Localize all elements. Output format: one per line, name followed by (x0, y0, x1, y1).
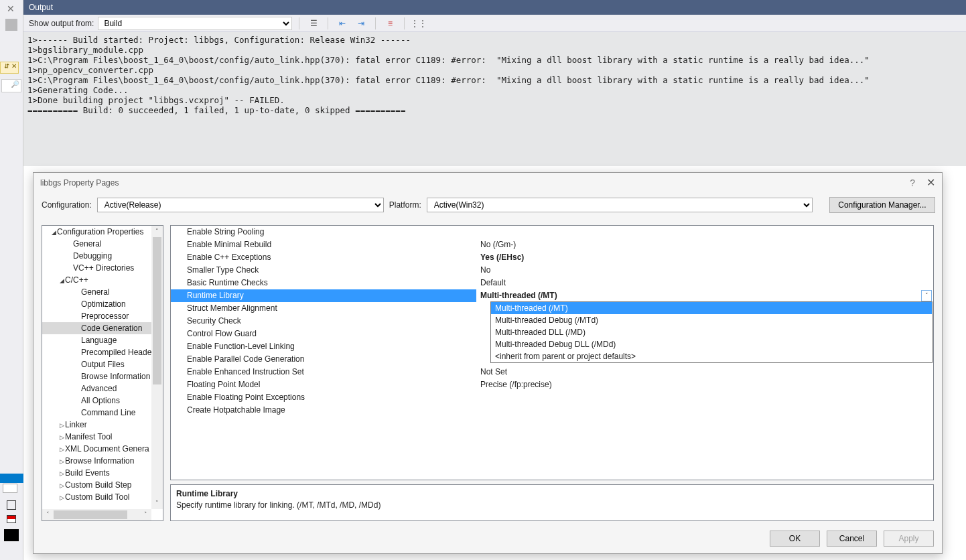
tree-item[interactable]: Optimization (42, 298, 151, 310)
property-row[interactable]: Enable String Pooling (171, 226, 933, 238)
property-row[interactable]: Floating Point ModelPrecise (/fp:precise… (171, 378, 933, 391)
help-icon[interactable]: ? (910, 173, 915, 193)
dropdown-option[interactable]: Multi-threaded Debug (/MTd) (491, 314, 932, 326)
indent-right-icon[interactable]: ⇥ (354, 17, 368, 30)
property-value[interactable]: Yes (/EHsc) (476, 251, 933, 264)
dropdown-option[interactable]: <inherit from parent or project defaults… (491, 350, 932, 362)
output-text: 1>------ Build started: Project: libbgs,… (23, 32, 966, 166)
tree-item[interactable]: ▷Linker (42, 419, 151, 431)
tree-item[interactable]: General (42, 286, 151, 298)
property-tree[interactable]: ◢Configuration PropertiesGeneralDebuggin… (42, 225, 163, 521)
pinned-tab-badge[interactable]: ⇵ ✕ (0, 62, 19, 74)
tree-item[interactable]: ◢C/C++ (42, 274, 151, 286)
tree-vscrollbar[interactable]: ˄ ˅ (151, 226, 163, 509)
description-title: Runtime Library (176, 489, 928, 498)
property-value[interactable] (476, 226, 933, 238)
property-row[interactable]: Enable C++ ExceptionsYes (/EHsc) (171, 251, 933, 264)
dialog-buttons: OK Cancel Apply (770, 531, 934, 547)
indent-left-icon[interactable]: ⇤ (335, 17, 350, 30)
property-row[interactable]: Enable Floating Point Exceptions (171, 391, 933, 404)
left-gutter: ✕ ⇵ ✕ (0, 0, 23, 560)
ok-button[interactable]: OK (770, 531, 820, 547)
property-grid[interactable]: Enable String PoolingEnable Minimal Rebu… (170, 225, 934, 480)
toggle-wrap-icon[interactable]: ≡ (383, 17, 397, 30)
property-value[interactable]: Multi-threaded (/MT) (476, 289, 933, 302)
dropdown-option[interactable]: Multi-threaded DLL (/MD) (491, 326, 932, 338)
property-value[interactable]: Precise (/fp:precise) (476, 378, 933, 391)
dropdown-option[interactable]: Multi-threaded (/MT) (491, 302, 932, 314)
property-label: Runtime Library (171, 289, 476, 302)
tree-hscrollbar[interactable]: ˂ ˃ (42, 509, 151, 520)
property-label: Basic Runtime Checks (171, 277, 476, 289)
property-row[interactable]: Smaller Type CheckNo (171, 264, 933, 277)
output-panel-title: Output (23, 0, 966, 15)
close-icon[interactable]: ✕ (926, 173, 935, 193)
configuration-manager-button[interactable]: Configuration Manager... (829, 197, 935, 213)
tree-item[interactable]: ▷Custom Build Step (42, 479, 151, 491)
tree-item[interactable]: ▷Manifest Tool (42, 431, 151, 443)
tree-item[interactable]: Language (42, 334, 151, 346)
scroll-down-icon[interactable]: ˅ (151, 498, 163, 509)
cancel-button[interactable]: Cancel (827, 531, 877, 547)
tree-item[interactable]: Code Generation (42, 322, 151, 334)
scroll-up-icon[interactable]: ˄ (151, 226, 163, 237)
dropdown-option[interactable]: Multi-threaded Debug DLL (/MDd) (491, 338, 932, 350)
apply-button[interactable]: Apply (884, 531, 934, 547)
toolbar-extra-icon[interactable]: ⋮⋮ (411, 17, 426, 30)
tree-item[interactable]: ▷Build Events (42, 467, 151, 479)
tree-item[interactable]: Precompiled Heade (42, 346, 151, 358)
tree-item[interactable]: Command Line (42, 407, 151, 419)
toolbox-align-icon[interactable] (7, 500, 16, 510)
scroll-thumb[interactable] (153, 237, 161, 384)
property-label: Smaller Type Check (171, 264, 476, 277)
platform-select[interactable]: Active(Win32) (427, 198, 813, 212)
configuration-select[interactable]: Active(Release) (97, 198, 384, 212)
property-label: Enable Parallel Code Generation (171, 353, 476, 366)
close-icon[interactable]: ✕ (7, 3, 15, 14)
show-output-label: Show output from: (29, 19, 94, 28)
toolbox-flag-icon[interactable] (7, 515, 16, 523)
tree-item[interactable]: Advanced (42, 382, 151, 395)
tree-item[interactable]: General (42, 238, 151, 250)
property-value[interactable] (476, 404, 933, 417)
tree-item[interactable]: All Options (42, 395, 151, 407)
separator (299, 17, 299, 29)
tree-item[interactable]: Preprocessor (42, 310, 151, 322)
property-value[interactable]: Default (476, 277, 933, 289)
tree-item[interactable]: ▷XML Document Genera (42, 443, 151, 455)
property-value[interactable]: No (/Gm-) (476, 238, 933, 251)
scroll-left-icon[interactable]: ˂ (42, 509, 54, 520)
square-icon[interactable] (5, 19, 17, 31)
tree-item[interactable]: Output Files (42, 358, 151, 370)
runtime-library-dropdown[interactable]: Multi-threaded (/MT)Multi-threaded Debug… (490, 301, 933, 363)
toolbox-console-icon[interactable] (4, 529, 19, 541)
separator (404, 17, 405, 29)
property-label: Enable String Pooling (171, 226, 476, 238)
property-row[interactable]: Create Hotpatchable Image (171, 404, 933, 417)
property-row[interactable]: Enable Enhanced Instruction SetNot Set (171, 366, 933, 378)
configuration-label: Configuration: (42, 200, 92, 210)
chevron-down-icon[interactable]: ˅ (921, 290, 932, 301)
property-value[interactable]: Not Set (476, 366, 933, 378)
property-row[interactable]: Enable Minimal RebuildNo (/Gm-) (171, 238, 933, 251)
search-input[interactable] (1, 79, 21, 92)
property-value[interactable]: No (476, 264, 933, 277)
scroll-right-icon[interactable]: ˃ (140, 509, 151, 520)
tree-item[interactable]: ◢Configuration Properties (42, 226, 151, 238)
tree-item[interactable]: Browse Information (42, 370, 151, 382)
blue-bar-icon (0, 474, 23, 483)
tree-item[interactable]: ▷Custom Build Tool (42, 491, 151, 503)
tree-item[interactable]: ▷Browse Information (42, 455, 151, 467)
tree-item[interactable]: Debugging (42, 250, 151, 262)
scroll-hthumb[interactable] (54, 510, 127, 519)
clear-output-icon[interactable]: ☰ (306, 17, 321, 30)
tree-item[interactable]: VC++ Directories (42, 262, 151, 274)
output-source-select[interactable]: Build (98, 17, 292, 30)
property-row[interactable]: Basic Runtime ChecksDefault (171, 277, 933, 289)
property-value[interactable] (476, 391, 933, 404)
property-row[interactable]: Runtime LibraryMulti-threaded (/MT) (171, 289, 933, 302)
property-label: Create Hotpatchable Image (171, 404, 476, 417)
toolbox-select-icon[interactable] (3, 484, 17, 493)
dialog-title-text: libbgs Property Pages (40, 178, 119, 188)
property-label: Enable Minimal Rebuild (171, 238, 476, 251)
